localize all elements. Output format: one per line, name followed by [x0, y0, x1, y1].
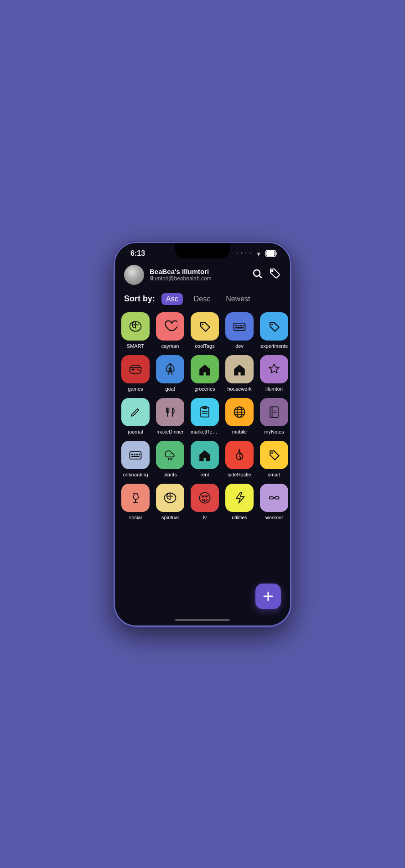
app-item-sidehustle[interactable]: sideHustle — [225, 441, 254, 477]
app-label-workout: workout — [265, 515, 283, 520]
app-item-illumtori[interactable]: illumtori — [260, 355, 288, 392]
app-item-rent[interactable]: rent — [191, 441, 219, 477]
app-item-tv[interactable]: tv — [191, 484, 219, 520]
header: BeaBea's Illumtori illumtori@beabealab.c… — [115, 260, 290, 289]
user-email: illumtori@beabealab.com — [150, 275, 246, 282]
app-icon-workout — [260, 484, 288, 512]
app-label-smart: SMART — [127, 343, 144, 349]
app-icon-utilities — [225, 484, 254, 512]
app-label-goal: goal — [166, 386, 175, 392]
app-label-groceries: groceries — [194, 386, 215, 392]
app-item-experiments[interactable]: experiments — [260, 312, 288, 349]
app-icon-mynotes — [260, 398, 288, 426]
app-item-workout[interactable]: workout — [260, 484, 288, 520]
app-item-plants[interactable]: plants — [156, 441, 184, 477]
app-item-smart2[interactable]: smart — [260, 441, 288, 477]
app-icon-spiritual — [156, 484, 184, 512]
app-label-mobile: mobile — [232, 429, 247, 434]
app-label-experiments: experiments — [260, 343, 288, 349]
app-label-rent: rent — [201, 472, 209, 477]
sort-asc[interactable]: Asc — [161, 293, 183, 305]
svg-rect-11 — [238, 325, 239, 326]
svg-rect-14 — [235, 327, 244, 328]
svg-rect-41 — [131, 455, 140, 457]
app-icon-groceries — [191, 355, 219, 383]
app-icon-tv — [191, 484, 219, 512]
app-icon-cayman — [156, 312, 184, 341]
app-item-cooltags[interactable]: coolTags — [191, 312, 219, 349]
app-label-smart2: smart — [268, 472, 280, 477]
app-label-onboarding: onboarding — [123, 472, 148, 477]
app-label-illumtori: illumtori — [265, 386, 283, 392]
sort-desc[interactable]: Desc — [189, 293, 215, 305]
app-label-games: games — [128, 386, 143, 392]
app-item-utilities[interactable]: utilities — [225, 484, 254, 520]
app-icon-social — [121, 484, 150, 512]
app-item-makedinner[interactable]: makeDinner — [156, 398, 184, 434]
app-item-onboarding[interactable]: onboarding — [121, 441, 150, 477]
app-icon-onboarding — [121, 441, 150, 469]
battery-icon — [265, 250, 277, 257]
app-icon-smart2 — [260, 441, 288, 469]
app-icon-cooltags — [191, 312, 219, 341]
svg-rect-38 — [134, 454, 135, 455]
app-label-plants: plants — [163, 472, 177, 477]
add-button[interactable] — [255, 584, 281, 609]
app-label-marketres: marketRes… — [191, 429, 219, 434]
svg-rect-13 — [243, 325, 244, 326]
app-item-housework[interactable]: housework — [225, 355, 254, 392]
app-icon-illumtori — [260, 355, 288, 383]
user-name: BeaBea's Illumtori — [150, 268, 246, 275]
svg-rect-10 — [235, 325, 237, 326]
app-label-utilities: utilities — [232, 515, 247, 520]
svg-point-8 — [202, 323, 204, 325]
sort-newest[interactable]: Newest — [221, 293, 254, 305]
app-item-games[interactable]: games — [121, 355, 150, 392]
avatar — [124, 265, 144, 285]
svg-point-0 — [258, 255, 259, 256]
app-icon-makedinner — [156, 398, 184, 426]
notch — [175, 243, 230, 258]
svg-rect-3 — [266, 251, 275, 256]
app-icon-rent — [191, 441, 219, 469]
app-icon-mobile — [225, 398, 254, 426]
app-icon-goal — [156, 355, 184, 383]
svg-rect-39 — [136, 454, 138, 455]
app-icon-housework — [225, 355, 254, 383]
app-grid: SMARTcaymancoolTagsdevexperimentsgamesgo… — [115, 312, 290, 520]
sort-bar: Sort by: Asc Desc Newest — [115, 289, 290, 312]
svg-rect-36 — [130, 451, 141, 459]
app-item-smart[interactable]: SMART — [121, 312, 150, 349]
app-item-cayman[interactable]: cayman — [156, 312, 184, 349]
app-label-cooltags: coolTags — [195, 343, 214, 349]
app-label-dev: dev — [235, 343, 244, 349]
signal-dots-icon: · · · · — [237, 251, 252, 256]
svg-line-5 — [260, 275, 262, 278]
app-label-social: social — [129, 515, 142, 520]
svg-point-19 — [139, 370, 140, 371]
tags-button[interactable] — [269, 268, 281, 282]
search-button[interactable] — [252, 268, 263, 282]
svg-rect-12 — [240, 325, 242, 326]
app-item-mobile[interactable]: mobile — [225, 398, 254, 434]
app-icon-sidehustle — [225, 441, 254, 469]
app-icon-experiments — [260, 312, 288, 341]
app-item-mynotes[interactable]: myNotes — [260, 398, 288, 434]
app-item-marketres[interactable]: marketRes… — [191, 398, 219, 434]
svg-rect-2 — [276, 252, 277, 255]
header-actions — [252, 268, 281, 282]
app-item-goal[interactable]: goal — [156, 355, 184, 392]
app-item-spiritual[interactable]: spiritual — [156, 484, 184, 520]
app-icon-games — [121, 355, 150, 383]
app-label-spiritual: spiritual — [161, 515, 179, 520]
app-icon-dev — [225, 312, 254, 341]
app-icon-smart — [121, 312, 150, 341]
app-item-social[interactable]: social — [121, 484, 150, 520]
app-item-groceries[interactable]: groceries — [191, 355, 219, 392]
app-item-journal[interactable]: journal — [121, 398, 150, 434]
header-text: BeaBea's Illumtori illumtori@beabealab.c… — [150, 268, 246, 282]
app-icon-journal — [121, 398, 150, 426]
app-item-dev[interactable]: dev — [225, 312, 254, 349]
app-label-journal: journal — [128, 429, 143, 434]
app-label-housework: housework — [227, 386, 251, 392]
